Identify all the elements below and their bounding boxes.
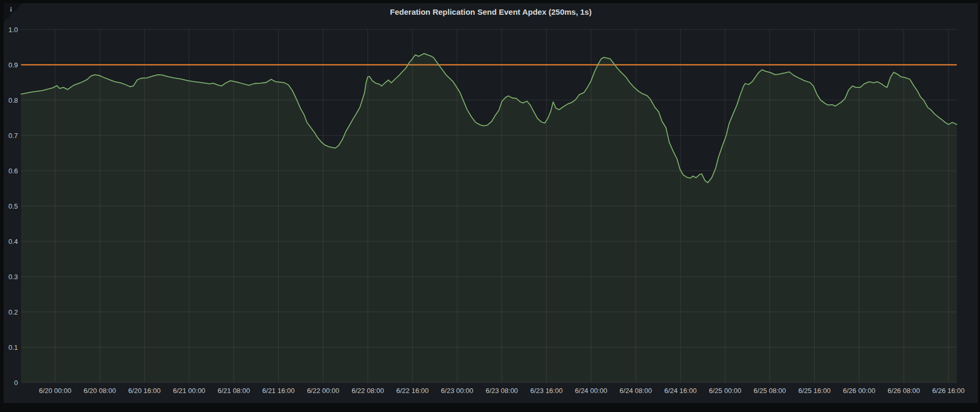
x-tick-label: 6/20 00:00 bbox=[39, 387, 71, 395]
apdex-chart: 1.00.90.80.70.60.50.40.30.20.106/20 00:0… bbox=[0, 0, 980, 412]
y-tick-label: 0.3 bbox=[8, 273, 18, 281]
x-tick-label: 6/26 00:00 bbox=[843, 387, 875, 395]
y-tick-label: 0 bbox=[14, 379, 18, 387]
y-tick-label: 0.7 bbox=[8, 132, 18, 140]
x-tick-label: 6/24 16:00 bbox=[664, 387, 696, 395]
y-tick-label: 0.5 bbox=[8, 202, 18, 210]
plot-area[interactable] bbox=[21, 30, 957, 382]
x-tick-label: 6/20 16:00 bbox=[128, 387, 161, 395]
y-tick-label: 0.4 bbox=[8, 238, 18, 246]
y-tick-label: 1.0 bbox=[8, 26, 18, 34]
grafana-screen: i Federation Replication Send Event Apde… bbox=[0, 0, 980, 412]
x-tick-label: 6/25 08:00 bbox=[754, 387, 786, 395]
x-tick-label: 6/23 00:00 bbox=[441, 387, 473, 395]
x-tick-label: 6/21 16:00 bbox=[262, 387, 294, 395]
y-tick-label: 0.8 bbox=[8, 96, 18, 104]
x-tick-label: 6/21 08:00 bbox=[217, 387, 250, 395]
x-tick-label: 6/24 00:00 bbox=[575, 387, 607, 395]
x-tick-label: 6/21 00:00 bbox=[173, 387, 205, 395]
y-tick-label: 0.9 bbox=[8, 61, 18, 69]
x-tick-label: 6/26 16:00 bbox=[932, 387, 964, 395]
x-tick-label: 6/23 16:00 bbox=[530, 387, 562, 395]
y-tick-label: 0.1 bbox=[8, 344, 18, 351]
x-tick-label: 6/20 08:00 bbox=[84, 387, 116, 395]
x-tick-label: 6/25 16:00 bbox=[798, 387, 830, 395]
x-tick-label: 6/22 00:00 bbox=[307, 387, 339, 395]
y-tick-label: 0.2 bbox=[8, 308, 18, 316]
y-tick-label: 0.6 bbox=[8, 167, 18, 175]
x-tick-label: 6/22 08:00 bbox=[352, 387, 384, 395]
x-tick-label: 6/23 08:00 bbox=[486, 387, 518, 395]
x-tick-label: 6/25 00:00 bbox=[709, 387, 741, 395]
x-tick-label: 6/24 08:00 bbox=[620, 387, 652, 395]
x-tick-label: 6/22 16:00 bbox=[397, 387, 429, 395]
x-tick-label: 6/26 08:00 bbox=[888, 387, 920, 395]
